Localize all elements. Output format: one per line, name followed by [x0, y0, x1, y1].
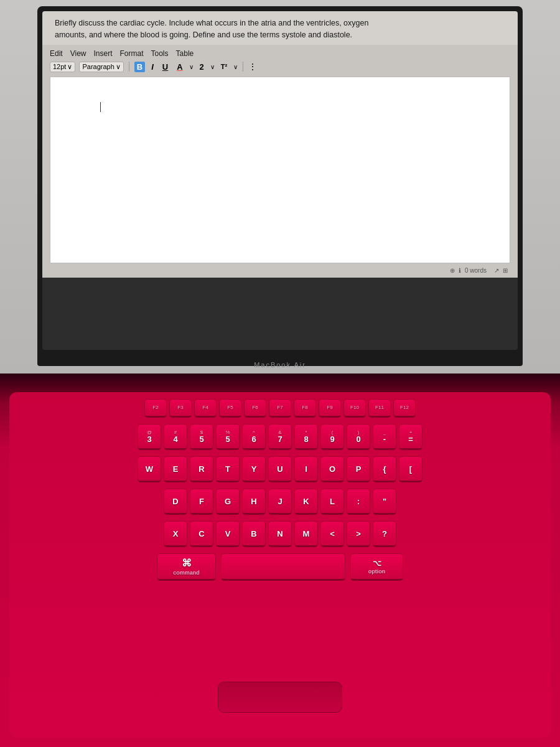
key-f7[interactable]: F7: [269, 399, 291, 418]
key-plus[interactable]: + =: [399, 424, 422, 450]
key-v[interactable]: V: [216, 521, 240, 547]
prompt-line1: Briefly discuss the cardiac cycle. Inclu…: [55, 17, 505, 29]
key-option[interactable]: ⌥ option: [350, 553, 403, 581]
key-i[interactable]: I: [294, 456, 318, 482]
key-percent[interactable]: % 5: [216, 424, 240, 450]
key-k[interactable]: K: [294, 489, 318, 515]
key-f4[interactable]: F4: [194, 399, 217, 418]
key-at[interactable]: @ 3: [138, 424, 161, 450]
key-amp[interactable]: & 7: [268, 424, 292, 450]
key-m[interactable]: M: [294, 521, 318, 547]
font-size-value: 12pt: [53, 63, 66, 70]
key-lt[interactable]: <: [320, 521, 344, 547]
key-lbracket[interactable]: [: [399, 456, 422, 482]
menu-table[interactable]: Table: [176, 49, 194, 58]
menu-insert[interactable]: Insert: [93, 49, 112, 58]
key-f8[interactable]: F8: [294, 399, 316, 418]
key-y[interactable]: Y: [242, 456, 266, 482]
asdf-row: D F G H J K L : ": [16, 487, 544, 517]
key-j[interactable]: J: [268, 489, 292, 515]
key-c[interactable]: C: [190, 521, 213, 547]
option-label: option: [368, 568, 386, 575]
key-rparen[interactable]: ) 0: [347, 424, 370, 450]
qwerty-row: W E R T Y U I O P { [: [16, 454, 544, 484]
macbook-label: MacBook Air: [254, 361, 306, 369]
toolbar-chevron-1[interactable]: ∨: [189, 63, 194, 70]
key-space[interactable]: [221, 553, 345, 581]
menu-format[interactable]: Format: [120, 49, 144, 58]
key-colon[interactable]: :: [347, 489, 370, 515]
key-f10[interactable]: F10: [343, 399, 366, 418]
word-count: 0 words: [465, 267, 487, 274]
menu-edit[interactable]: Edit: [50, 49, 63, 58]
menu-view[interactable]: View: [70, 49, 86, 58]
command-label: command: [173, 570, 200, 576]
info-icon: ℹ: [459, 267, 461, 274]
grid-icon: ⊞: [503, 267, 508, 274]
key-f3[interactable]: F3: [169, 399, 192, 418]
editor-menubar: Edit View Insert Format Tools Table: [50, 47, 510, 60]
key-d[interactable]: D: [164, 489, 187, 515]
key-quote[interactable]: ": [373, 489, 396, 515]
key-caret[interactable]: ^ 6: [242, 424, 266, 450]
highlight-button[interactable]: 2: [197, 62, 207, 72]
key-f11[interactable]: F11: [368, 399, 391, 418]
superscript-button[interactable]: T²: [218, 62, 230, 71]
arrow-icon: ↗: [494, 267, 499, 274]
key-f5[interactable]: F5: [219, 399, 241, 418]
toolbar-more[interactable]: ⋮: [248, 62, 257, 72]
italic-button[interactable]: I: [149, 62, 156, 72]
toolbar-separator-1: [129, 62, 129, 72]
editor-container: Edit View Insert Format Tools Table 12pt…: [42, 45, 518, 278]
prompt-area: Briefly discuss the cardiac cycle. Inclu…: [42, 11, 518, 45]
key-b[interactable]: B: [242, 521, 266, 547]
key-l[interactable]: L: [320, 489, 344, 515]
key-o[interactable]: O: [320, 456, 344, 482]
key-question[interactable]: ?: [373, 521, 396, 547]
key-r[interactable]: R: [190, 456, 213, 482]
font-size-dropdown[interactable]: 12pt ∨: [50, 62, 75, 72]
key-f9[interactable]: F9: [319, 399, 341, 418]
menu-tools[interactable]: Tools: [151, 49, 169, 58]
font-color-button[interactable]: A: [174, 62, 185, 72]
key-n[interactable]: N: [268, 521, 292, 547]
toolbar-separator-2: [243, 62, 243, 72]
underline-button[interactable]: U: [160, 62, 170, 72]
key-gt[interactable]: >: [347, 521, 370, 547]
key-f12[interactable]: F12: [393, 399, 416, 418]
key-w[interactable]: W: [138, 456, 161, 482]
key-f6[interactable]: F6: [244, 399, 266, 418]
key-p[interactable]: P: [347, 456, 370, 482]
font-size-arrow: ∨: [67, 63, 72, 71]
key-x[interactable]: X: [164, 521, 187, 547]
prompt-line2: amounts, and where the blood is going. D…: [55, 29, 505, 41]
text-cursor: [100, 102, 101, 112]
trackpad[interactable]: [218, 682, 342, 713]
key-hash[interactable]: # 4: [164, 424, 187, 450]
key-command[interactable]: ⌘ command: [157, 553, 216, 581]
key-lparen[interactable]: ( 9: [320, 424, 344, 450]
paragraph-style-arrow: ∨: [116, 63, 121, 71]
bold-button[interactable]: B: [134, 62, 145, 72]
screen-container: Briefly discuss the cardiac cycle. Inclu…: [37, 6, 523, 355]
key-lbrace[interactable]: {: [373, 456, 396, 482]
screen-inner: Briefly discuss the cardiac cycle. Inclu…: [42, 11, 518, 350]
key-e[interactable]: E: [164, 456, 187, 482]
paragraph-style-dropdown[interactable]: Paragraph ∨: [79, 62, 123, 72]
toolbar-chevron-3[interactable]: ∨: [233, 63, 238, 70]
key-g[interactable]: G: [216, 489, 240, 515]
editor-canvas[interactable]: [50, 77, 510, 263]
editor-toolbar: 12pt ∨ Paragraph ∨ B I U A ∨ 2 ∨ T² ∨ ⋮: [50, 60, 510, 74]
key-star[interactable]: * 8: [294, 424, 318, 450]
key-t[interactable]: T: [216, 456, 240, 482]
key-h[interactable]: H: [242, 489, 266, 515]
key-f2[interactable]: F2: [144, 399, 167, 418]
toolbar-chevron-2[interactable]: ∨: [210, 63, 215, 70]
key-u[interactable]: U: [268, 456, 292, 482]
key-f[interactable]: F: [190, 489, 213, 515]
word-count-icon: ⊕: [450, 267, 455, 274]
editor-statusbar: ⊕ ℹ 0 words ↗ ⊞: [50, 266, 510, 275]
zxcv-row: X C V B N M < > ?: [16, 519, 544, 549]
key-minus[interactable]: _ -: [373, 424, 396, 450]
key-dollar[interactable]: $ 5: [190, 424, 213, 450]
